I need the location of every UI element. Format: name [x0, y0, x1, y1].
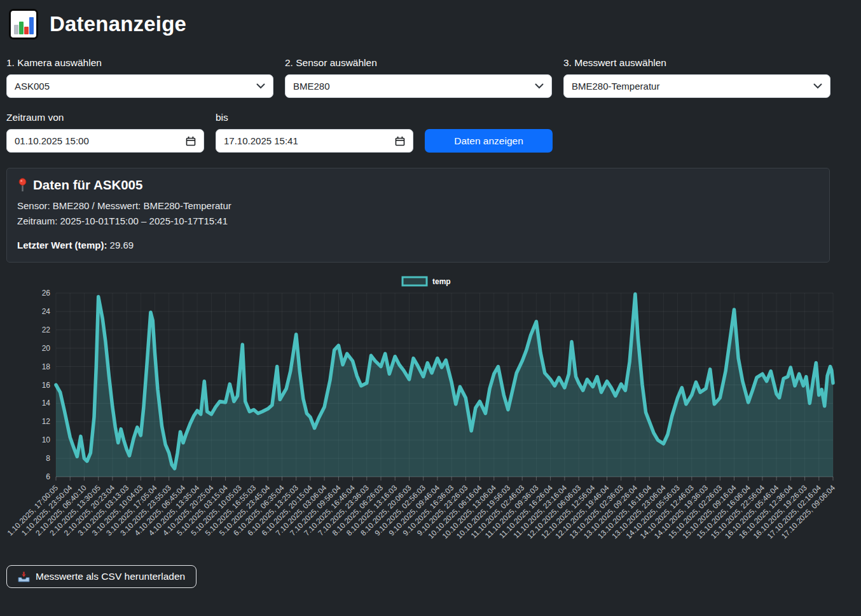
svg-text:18: 18 — [42, 362, 51, 371]
svg-text:22: 22 — [42, 325, 51, 334]
last-value-line: Letzter Wert (temp): 29.69 — [17, 240, 819, 250]
measurement-select-value: BME280-Temperatur — [572, 81, 659, 92]
svg-text:10: 10 — [42, 435, 51, 444]
round-pushpin-icon — [17, 178, 28, 192]
date-to-label: bis — [216, 112, 413, 123]
svg-text:temp: temp — [432, 277, 451, 286]
svg-text:24: 24 — [42, 307, 51, 316]
measurement-select[interactable]: BME280-Temperatur — [563, 74, 830, 98]
download-csv-button[interactable]: Messwerte als CSV herunterladen — [6, 565, 196, 588]
last-value-label: Letzter Wert (temp): — [17, 240, 107, 250]
inbox-tray-icon — [18, 572, 30, 582]
bar-chart-icon — [9, 9, 38, 39]
svg-text:26: 26 — [42, 289, 51, 298]
svg-text:8: 8 — [46, 454, 50, 463]
sensor-select[interactable]: BME280 — [285, 74, 552, 98]
show-data-button[interactable]: Daten anzeigen — [425, 129, 553, 153]
calendar-icon — [186, 136, 196, 146]
date-from-input[interactable]: 01.10.2025 15:00 — [6, 129, 204, 153]
info-panel: Daten für ASK005 Sensor: BME280 / Messwe… — [6, 168, 830, 263]
app-header: Datenanzeige — [9, 9, 855, 39]
date-to-input[interactable]: 17.10.2025 15:41 — [216, 129, 413, 153]
sensor-select-value: BME280 — [293, 81, 330, 92]
svg-text:16: 16 — [42, 381, 51, 390]
chart-canvas[interactable]: 681012141618202224261.10.2025, 17:00:051… — [6, 271, 855, 564]
svg-text:12: 12 — [42, 417, 51, 426]
info-panel-title: Daten für ASK005 — [33, 177, 142, 193]
svg-text:6: 6 — [46, 472, 50, 481]
date-to-value: 17.10.2025 15:41 — [224, 135, 298, 146]
chevron-down-icon — [256, 83, 265, 89]
select-row: 1. Kamera auswählen ASK005 2. Sensor aus… — [6, 57, 855, 98]
chevron-down-icon — [535, 83, 544, 89]
period-info-line: Zeitraum: 2025-10-01T15:00 – 2025-10-17T… — [17, 214, 819, 229]
measurement-select-label: 3. Messwert auswählen — [563, 57, 830, 69]
sensor-info-line: Sensor: BME280 / Messwert: BME280-Temper… — [17, 198, 819, 214]
chevron-down-icon — [813, 83, 822, 89]
date-row: Zeitraum von 01.10.2025 15:00 bis 17.10.… — [6, 112, 855, 153]
date-from-label: Zeitraum von — [6, 112, 204, 123]
page-title: Datenanzeige — [50, 12, 186, 36]
sensor-select-label: 2. Sensor auswählen — [285, 57, 552, 69]
camera-select-label: 1. Kamera auswählen — [6, 57, 273, 69]
download-csv-label: Messwerte als CSV herunterladen — [36, 571, 185, 582]
camera-select[interactable]: ASK005 — [6, 74, 273, 98]
datenanzeige-page: Datenanzeige 1. Kamera auswählen ASK005 … — [0, 9, 861, 588]
svg-text:20: 20 — [42, 344, 51, 353]
svg-text:14: 14 — [42, 399, 51, 407]
last-value: 29.69 — [110, 240, 134, 250]
calendar-icon — [395, 136, 405, 146]
temperature-line-chart[interactable]: 681012141618202224261.10.2025, 17:00:051… — [6, 271, 855, 564]
camera-select-value: ASK005 — [15, 81, 50, 92]
date-from-value: 01.10.2025 15:00 — [15, 135, 89, 146]
